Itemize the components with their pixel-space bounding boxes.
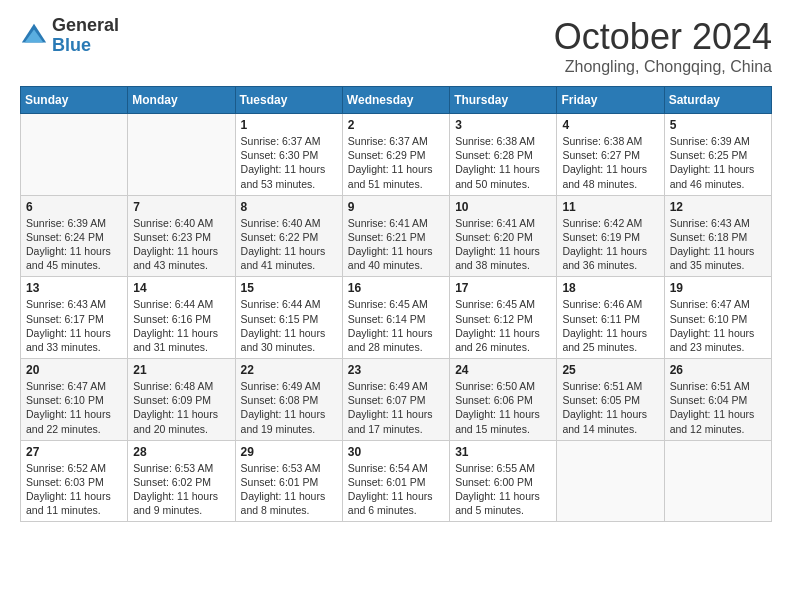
day-info: Sunrise: 6:39 AM Sunset: 6:24 PM Dayligh… bbox=[26, 216, 122, 273]
calendar-cell: 25Sunrise: 6:51 AM Sunset: 6:05 PM Dayli… bbox=[557, 359, 664, 441]
day-info: Sunrise: 6:53 AM Sunset: 6:02 PM Dayligh… bbox=[133, 461, 229, 518]
calendar-cell: 1Sunrise: 6:37 AM Sunset: 6:30 PM Daylig… bbox=[235, 114, 342, 196]
calendar-cell: 22Sunrise: 6:49 AM Sunset: 6:08 PM Dayli… bbox=[235, 359, 342, 441]
day-info: Sunrise: 6:49 AM Sunset: 6:08 PM Dayligh… bbox=[241, 379, 337, 436]
day-info: Sunrise: 6:51 AM Sunset: 6:05 PM Dayligh… bbox=[562, 379, 658, 436]
calendar-cell bbox=[21, 114, 128, 196]
month-title: October 2024 bbox=[554, 16, 772, 58]
day-number: 5 bbox=[670, 118, 766, 132]
day-info: Sunrise: 6:46 AM Sunset: 6:11 PM Dayligh… bbox=[562, 297, 658, 354]
day-info: Sunrise: 6:52 AM Sunset: 6:03 PM Dayligh… bbox=[26, 461, 122, 518]
day-info: Sunrise: 6:53 AM Sunset: 6:01 PM Dayligh… bbox=[241, 461, 337, 518]
day-number: 14 bbox=[133, 281, 229, 295]
calendar-cell: 28Sunrise: 6:53 AM Sunset: 6:02 PM Dayli… bbox=[128, 440, 235, 522]
day-number: 11 bbox=[562, 200, 658, 214]
calendar-cell: 27Sunrise: 6:52 AM Sunset: 6:03 PM Dayli… bbox=[21, 440, 128, 522]
day-info: Sunrise: 6:43 AM Sunset: 6:18 PM Dayligh… bbox=[670, 216, 766, 273]
calendar-cell bbox=[664, 440, 771, 522]
day-info: Sunrise: 6:49 AM Sunset: 6:07 PM Dayligh… bbox=[348, 379, 444, 436]
calendar-week-5: 27Sunrise: 6:52 AM Sunset: 6:03 PM Dayli… bbox=[21, 440, 772, 522]
calendar-header: SundayMondayTuesdayWednesdayThursdayFrid… bbox=[21, 87, 772, 114]
calendar-body: 1Sunrise: 6:37 AM Sunset: 6:30 PM Daylig… bbox=[21, 114, 772, 522]
calendar-cell: 24Sunrise: 6:50 AM Sunset: 6:06 PM Dayli… bbox=[450, 359, 557, 441]
calendar-cell: 16Sunrise: 6:45 AM Sunset: 6:14 PM Dayli… bbox=[342, 277, 449, 359]
title-block: October 2024 Zhongling, Chongqing, China bbox=[554, 16, 772, 76]
day-info: Sunrise: 6:45 AM Sunset: 6:14 PM Dayligh… bbox=[348, 297, 444, 354]
calendar-cell: 13Sunrise: 6:43 AM Sunset: 6:17 PM Dayli… bbox=[21, 277, 128, 359]
day-info: Sunrise: 6:44 AM Sunset: 6:15 PM Dayligh… bbox=[241, 297, 337, 354]
calendar-cell: 15Sunrise: 6:44 AM Sunset: 6:15 PM Dayli… bbox=[235, 277, 342, 359]
day-number: 26 bbox=[670, 363, 766, 377]
calendar-week-4: 20Sunrise: 6:47 AM Sunset: 6:10 PM Dayli… bbox=[21, 359, 772, 441]
calendar-cell: 30Sunrise: 6:54 AM Sunset: 6:01 PM Dayli… bbox=[342, 440, 449, 522]
day-info: Sunrise: 6:38 AM Sunset: 6:28 PM Dayligh… bbox=[455, 134, 551, 191]
calendar-cell: 4Sunrise: 6:38 AM Sunset: 6:27 PM Daylig… bbox=[557, 114, 664, 196]
day-info: Sunrise: 6:37 AM Sunset: 6:29 PM Dayligh… bbox=[348, 134, 444, 191]
day-number: 15 bbox=[241, 281, 337, 295]
calendar-cell: 19Sunrise: 6:47 AM Sunset: 6:10 PM Dayli… bbox=[664, 277, 771, 359]
logo-general: General bbox=[52, 16, 119, 36]
day-number: 13 bbox=[26, 281, 122, 295]
calendar-cell: 8Sunrise: 6:40 AM Sunset: 6:22 PM Daylig… bbox=[235, 195, 342, 277]
weekday-header-sunday: Sunday bbox=[21, 87, 128, 114]
logo-blue: Blue bbox=[52, 36, 119, 56]
day-info: Sunrise: 6:40 AM Sunset: 6:23 PM Dayligh… bbox=[133, 216, 229, 273]
calendar-cell: 21Sunrise: 6:48 AM Sunset: 6:09 PM Dayli… bbox=[128, 359, 235, 441]
day-number: 31 bbox=[455, 445, 551, 459]
calendar-cell bbox=[557, 440, 664, 522]
calendar-week-1: 1Sunrise: 6:37 AM Sunset: 6:30 PM Daylig… bbox=[21, 114, 772, 196]
calendar-cell: 6Sunrise: 6:39 AM Sunset: 6:24 PM Daylig… bbox=[21, 195, 128, 277]
day-info: Sunrise: 6:40 AM Sunset: 6:22 PM Dayligh… bbox=[241, 216, 337, 273]
calendar-cell: 11Sunrise: 6:42 AM Sunset: 6:19 PM Dayli… bbox=[557, 195, 664, 277]
calendar-cell: 3Sunrise: 6:38 AM Sunset: 6:28 PM Daylig… bbox=[450, 114, 557, 196]
calendar-cell: 10Sunrise: 6:41 AM Sunset: 6:20 PM Dayli… bbox=[450, 195, 557, 277]
day-info: Sunrise: 6:54 AM Sunset: 6:01 PM Dayligh… bbox=[348, 461, 444, 518]
calendar-cell: 31Sunrise: 6:55 AM Sunset: 6:00 PM Dayli… bbox=[450, 440, 557, 522]
day-number: 24 bbox=[455, 363, 551, 377]
calendar-week-3: 13Sunrise: 6:43 AM Sunset: 6:17 PM Dayli… bbox=[21, 277, 772, 359]
day-number: 7 bbox=[133, 200, 229, 214]
calendar-cell: 9Sunrise: 6:41 AM Sunset: 6:21 PM Daylig… bbox=[342, 195, 449, 277]
logo-text: General Blue bbox=[52, 16, 119, 56]
day-info: Sunrise: 6:47 AM Sunset: 6:10 PM Dayligh… bbox=[670, 297, 766, 354]
day-info: Sunrise: 6:41 AM Sunset: 6:21 PM Dayligh… bbox=[348, 216, 444, 273]
day-number: 20 bbox=[26, 363, 122, 377]
calendar-cell: 12Sunrise: 6:43 AM Sunset: 6:18 PM Dayli… bbox=[664, 195, 771, 277]
day-number: 17 bbox=[455, 281, 551, 295]
day-number: 8 bbox=[241, 200, 337, 214]
day-number: 9 bbox=[348, 200, 444, 214]
day-info: Sunrise: 6:44 AM Sunset: 6:16 PM Dayligh… bbox=[133, 297, 229, 354]
calendar-cell bbox=[128, 114, 235, 196]
calendar-week-2: 6Sunrise: 6:39 AM Sunset: 6:24 PM Daylig… bbox=[21, 195, 772, 277]
calendar-cell: 5Sunrise: 6:39 AM Sunset: 6:25 PM Daylig… bbox=[664, 114, 771, 196]
day-number: 1 bbox=[241, 118, 337, 132]
day-number: 28 bbox=[133, 445, 229, 459]
calendar-cell: 17Sunrise: 6:45 AM Sunset: 6:12 PM Dayli… bbox=[450, 277, 557, 359]
calendar-cell: 2Sunrise: 6:37 AM Sunset: 6:29 PM Daylig… bbox=[342, 114, 449, 196]
calendar-table: SundayMondayTuesdayWednesdayThursdayFrid… bbox=[20, 86, 772, 522]
day-number: 10 bbox=[455, 200, 551, 214]
calendar-cell: 18Sunrise: 6:46 AM Sunset: 6:11 PM Dayli… bbox=[557, 277, 664, 359]
day-number: 2 bbox=[348, 118, 444, 132]
calendar-cell: 29Sunrise: 6:53 AM Sunset: 6:01 PM Dayli… bbox=[235, 440, 342, 522]
day-number: 27 bbox=[26, 445, 122, 459]
day-number: 29 bbox=[241, 445, 337, 459]
day-info: Sunrise: 6:55 AM Sunset: 6:00 PM Dayligh… bbox=[455, 461, 551, 518]
day-info: Sunrise: 6:41 AM Sunset: 6:20 PM Dayligh… bbox=[455, 216, 551, 273]
location-subtitle: Zhongling, Chongqing, China bbox=[554, 58, 772, 76]
day-number: 4 bbox=[562, 118, 658, 132]
day-number: 23 bbox=[348, 363, 444, 377]
weekday-header-monday: Monday bbox=[128, 87, 235, 114]
calendar-cell: 23Sunrise: 6:49 AM Sunset: 6:07 PM Dayli… bbox=[342, 359, 449, 441]
day-info: Sunrise: 6:50 AM Sunset: 6:06 PM Dayligh… bbox=[455, 379, 551, 436]
calendar-cell: 14Sunrise: 6:44 AM Sunset: 6:16 PM Dayli… bbox=[128, 277, 235, 359]
day-info: Sunrise: 6:38 AM Sunset: 6:27 PM Dayligh… bbox=[562, 134, 658, 191]
logo: General Blue bbox=[20, 16, 119, 56]
day-number: 3 bbox=[455, 118, 551, 132]
day-info: Sunrise: 6:39 AM Sunset: 6:25 PM Dayligh… bbox=[670, 134, 766, 191]
day-number: 19 bbox=[670, 281, 766, 295]
day-info: Sunrise: 6:51 AM Sunset: 6:04 PM Dayligh… bbox=[670, 379, 766, 436]
day-number: 25 bbox=[562, 363, 658, 377]
day-info: Sunrise: 6:42 AM Sunset: 6:19 PM Dayligh… bbox=[562, 216, 658, 273]
day-info: Sunrise: 6:43 AM Sunset: 6:17 PM Dayligh… bbox=[26, 297, 122, 354]
